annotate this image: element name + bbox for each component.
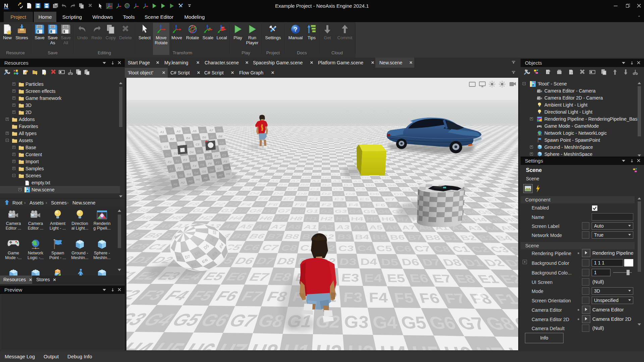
- svg-text:D6: D6: [273, 192, 284, 195]
- svg-text:D3: D3: [331, 165, 338, 167]
- svg-text:A5: A5: [345, 159, 353, 160]
- svg-text:B4: B4: [343, 184, 353, 186]
- svg-text:G4: G4: [264, 173, 274, 175]
- svg-text:E3: E3: [334, 197, 344, 201]
- svg-text:F3: F3: [332, 170, 339, 172]
- svg-text:G6: G6: [210, 168, 214, 172]
- svg-text:C5: C5: [196, 142, 200, 146]
- svg-text:G7: G7: [277, 208, 291, 214]
- svg-text:A1: A1: [303, 224, 317, 230]
- svg-text:F3: F3: [330, 154, 336, 155]
- svg-text:B5: B5: [267, 183, 277, 186]
- svg-text:B5: B5: [194, 136, 199, 139]
- svg-text:A5: A5: [269, 180, 280, 182]
- svg-text:F2: F2: [177, 166, 181, 170]
- svg-text:B7: B7: [299, 161, 306, 162]
- svg-text:F1: F1: [169, 167, 173, 171]
- svg-text:G1: G1: [312, 173, 321, 176]
- svg-text:A5: A5: [352, 180, 363, 183]
- svg-text:A4: A4: [351, 224, 367, 230]
- svg-text:F4: F4: [337, 154, 343, 155]
- svg-text:D8: D8: [276, 256, 296, 266]
- svg-text:G4: G4: [393, 156, 401, 157]
- svg-text:B7: B7: [289, 183, 299, 186]
- svg-text:D1: D1: [309, 192, 319, 196]
- svg-text:G5: G5: [400, 156, 409, 157]
- svg-text:H3: H3: [345, 341, 376, 350]
- svg-text:A4: A4: [276, 159, 284, 160]
- svg-text:B4: B4: [338, 161, 345, 162]
- svg-text:H1: H1: [315, 157, 322, 159]
- svg-text:G7: G7: [217, 167, 221, 171]
- svg-text:B8: B8: [218, 134, 223, 138]
- svg-text:G3: G3: [187, 172, 191, 176]
- svg-text:H1: H1: [173, 182, 177, 186]
- svg-text:D8: D8: [297, 192, 308, 195]
- svg-text:G8: G8: [303, 173, 312, 176]
- svg-text:A8: A8: [217, 128, 221, 132]
- svg-text:D7: D7: [285, 192, 297, 195]
- svg-text:F5: F5: [288, 154, 294, 155]
- svg-text:D5: D5: [197, 149, 202, 153]
- svg-text:G1: G1: [306, 209, 319, 214]
- svg-text:C6: C6: [275, 187, 286, 191]
- svg-text:B6: B6: [278, 183, 288, 186]
- svg-text:H5: H5: [365, 216, 380, 222]
- svg-text:B3: B3: [393, 161, 401, 163]
- svg-text:A1: A1: [254, 159, 262, 160]
- svg-text:H1: H1: [312, 176, 320, 179]
- svg-text:H8: H8: [289, 216, 303, 221]
- svg-text:D2: D2: [174, 152, 178, 155]
- svg-text:G2: G2: [322, 173, 330, 176]
- svg-text:H8: H8: [302, 176, 311, 179]
- svg-text:F2: F2: [323, 170, 330, 172]
- svg-text:D5: D5: [357, 192, 369, 196]
- svg-text:B2: B2: [323, 161, 329, 162]
- svg-text:G8: G8: [225, 166, 229, 169]
- svg-text:G6: G6: [376, 209, 391, 214]
- svg-text:G5: G5: [344, 156, 351, 157]
- svg-text:A3: A3: [332, 180, 341, 183]
- svg-text:H7: H7: [301, 157, 308, 158]
- svg-text:E4: E4: [191, 157, 195, 161]
- svg-text:E5: E5: [396, 153, 404, 154]
- svg-text:H2: H2: [181, 181, 185, 184]
- svg-text:E3: E3: [183, 158, 187, 162]
- svg-text:F5: F5: [200, 163, 204, 167]
- svg-text:E5: E5: [359, 197, 370, 201]
- svg-text:H6: H6: [211, 175, 215, 179]
- svg-text:F2: F2: [323, 154, 329, 155]
- svg-text:H1: H1: [281, 340, 311, 350]
- svg-text:A2: A2: [261, 159, 269, 160]
- svg-text:B4: B4: [256, 183, 267, 186]
- svg-text:H7: H7: [292, 176, 301, 179]
- svg-text:F4: F4: [193, 164, 197, 168]
- svg-text:C8: C8: [306, 163, 314, 165]
- svg-text:E5: E5: [289, 152, 296, 153]
- svg-text:C6: C6: [290, 163, 298, 165]
- svg-text:B4: B4: [186, 136, 191, 140]
- svg-text:G3: G3: [386, 156, 394, 157]
- svg-text:E5: E5: [343, 152, 349, 153]
- svg-text:H2: H2: [323, 157, 329, 159]
- svg-text:E4: E4: [346, 197, 357, 201]
- svg-text:E8: E8: [222, 153, 226, 157]
- svg-text:C2: C2: [323, 163, 330, 165]
- svg-text:A3: A3: [335, 224, 350, 230]
- svg-text:F7: F7: [302, 154, 308, 155]
- svg-text:D4: D4: [339, 165, 347, 167]
- svg-text:H2: H2: [322, 176, 330, 179]
- svg-text:F8: F8: [223, 160, 227, 163]
- svg-text:C4: C4: [273, 163, 281, 164]
- svg-text:H3: H3: [335, 216, 348, 222]
- svg-text:A2: A2: [320, 224, 333, 230]
- svg-text:G2: G2: [320, 209, 333, 214]
- svg-text:B5: B5: [283, 161, 291, 162]
- svg-text:F6: F6: [296, 154, 302, 155]
- svg-text:E6: E6: [287, 168, 295, 170]
- svg-text:D1: D1: [314, 165, 321, 167]
- svg-text:G2: G2: [179, 174, 183, 177]
- svg-text:D4: D4: [271, 165, 280, 167]
- svg-text:H1: H1: [391, 177, 401, 179]
- svg-text:G3: G3: [273, 155, 280, 157]
